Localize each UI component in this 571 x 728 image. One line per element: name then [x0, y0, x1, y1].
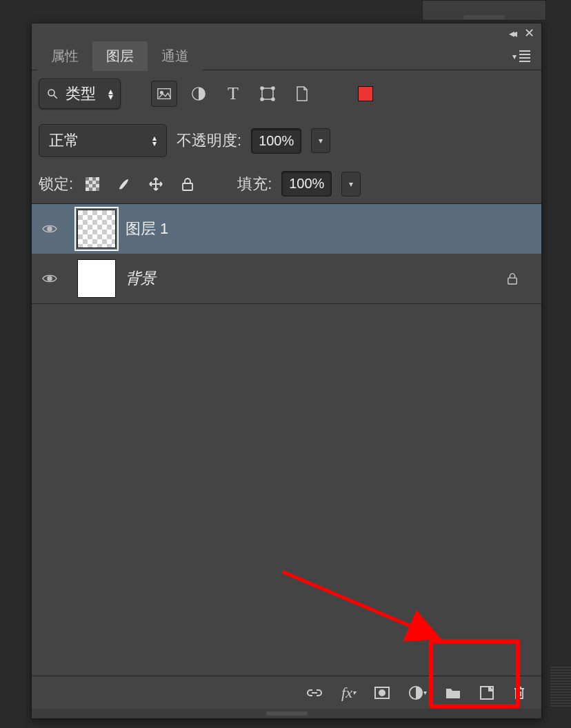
svg-rect-11 [86, 177, 89, 181]
svg-rect-5 [262, 88, 273, 99]
blend-mode-value: 正常 [49, 130, 79, 151]
panel-header: ◂◂ ✕ [32, 23, 541, 43]
opacity-popup-icon[interactable]: ▾ [311, 128, 330, 153]
lock-paint-icon[interactable] [114, 174, 134, 194]
eye-icon[interactable] [41, 273, 58, 284]
layers-panel: ◂◂ ✕ 属性 图层 通道 ▾ 类型 ▴▾ T [31, 23, 542, 719]
grip-icon [266, 711, 308, 716]
svg-rect-19 [183, 183, 192, 190]
layer-list: 图层 1 背景 [32, 203, 541, 676]
layer-list-empty-area[interactable] [32, 303, 541, 676]
svg-point-9 [272, 98, 274, 101]
filter-pixel-icon[interactable] [151, 81, 177, 107]
opacity-value[interactable]: 100% [251, 128, 301, 154]
svg-rect-18 [96, 188, 99, 191]
layer-name[interactable]: 图层 1 [126, 219, 497, 239]
right-edge-texture [550, 665, 571, 707]
layer-thumbnail[interactable] [77, 210, 116, 248]
filter-adjustment-icon[interactable] [186, 81, 212, 107]
new-group-icon[interactable] [445, 686, 461, 700]
panel-menu-icon[interactable]: ▾ [512, 50, 530, 62]
chevron-updown-icon: ▴▾ [152, 135, 157, 146]
svg-point-21 [48, 276, 52, 281]
svg-rect-17 [89, 188, 92, 191]
filter-label: 类型 [66, 83, 96, 104]
layer-effects-icon[interactable]: fx▾ [341, 684, 356, 702]
blend-mode-dropdown[interactable]: 正常 ▴▾ [39, 124, 167, 157]
lock-icon[interactable] [507, 272, 534, 285]
svg-point-24 [379, 690, 385, 696]
search-icon [46, 88, 59, 100]
svg-point-0 [48, 90, 54, 96]
tab-channels[interactable]: 通道 [148, 41, 203, 71]
chevron-updown-icon: ▴▾ [108, 88, 113, 99]
svg-rect-14 [96, 181, 99, 184]
layer-row[interactable]: 背景 [32, 254, 541, 303]
delete-layer-icon[interactable] [512, 685, 526, 701]
fill-value[interactable]: 100% [281, 171, 332, 196]
lock-position-icon[interactable] [146, 174, 166, 194]
close-icon[interactable]: ✕ [524, 26, 534, 41]
tab-properties[interactable]: 属性 [37, 41, 92, 71]
layer-row[interactable]: 图层 1 [32, 204, 541, 254]
lock-all-icon[interactable] [178, 174, 197, 194]
grip-icon [463, 15, 505, 19]
filter-shape-icon[interactable] [254, 81, 281, 107]
layer-thumbnail[interactable] [77, 259, 116, 298]
lock-icons-group [83, 174, 197, 194]
svg-rect-12 [92, 177, 96, 181]
blend-opacity-row: 正常 ▴▾ 不透明度: 100% ▾ [32, 117, 541, 164]
new-layer-icon[interactable] [479, 685, 494, 700]
layer-bottom-toolbar: fx▾ ▾ [32, 676, 541, 709]
eye-icon[interactable] [41, 223, 58, 234]
top-panel-strip [422, 0, 546, 21]
panel-resize-grip[interactable] [32, 709, 541, 718]
fill-label: 填充: [237, 174, 272, 194]
svg-point-8 [261, 98, 263, 101]
lock-fill-row: 锁定: 填充: 100% ▾ [32, 164, 541, 203]
lock-transparency-icon[interactable] [83, 174, 102, 194]
tab-row: 属性 图层 通道 ▾ [32, 43, 541, 70]
svg-line-1 [54, 95, 57, 99]
swatch-icon [358, 86, 373, 101]
svg-rect-22 [508, 278, 517, 284]
svg-point-7 [272, 87, 274, 90]
add-mask-icon[interactable] [374, 686, 390, 700]
adjustment-layer-icon[interactable]: ▾ [408, 685, 427, 700]
layer-name[interactable]: 背景 [126, 268, 497, 289]
svg-rect-15 [86, 184, 89, 188]
hamburger-icon [519, 50, 530, 62]
fill-popup-icon[interactable]: ▾ [341, 172, 361, 196]
svg-rect-13 [89, 181, 92, 184]
collapse-icon[interactable]: ◂◂ [509, 27, 514, 40]
lock-label: 锁定: [39, 174, 73, 194]
filter-type-icon[interactable]: T [220, 81, 246, 107]
opacity-label: 不透明度: [177, 130, 241, 151]
color-swatch[interactable] [352, 81, 379, 107]
svg-point-3 [161, 91, 163, 94]
svg-point-20 [48, 227, 52, 231]
svg-rect-16 [92, 184, 96, 188]
filter-smartobject-icon[interactable] [289, 81, 315, 107]
layer-filter-row: 类型 ▴▾ T [32, 70, 541, 117]
filter-type-dropdown[interactable]: 类型 ▴▾ [39, 79, 121, 109]
link-layers-icon[interactable] [305, 688, 323, 698]
tab-layers[interactable]: 图层 [92, 41, 148, 71]
svg-point-6 [261, 87, 263, 90]
